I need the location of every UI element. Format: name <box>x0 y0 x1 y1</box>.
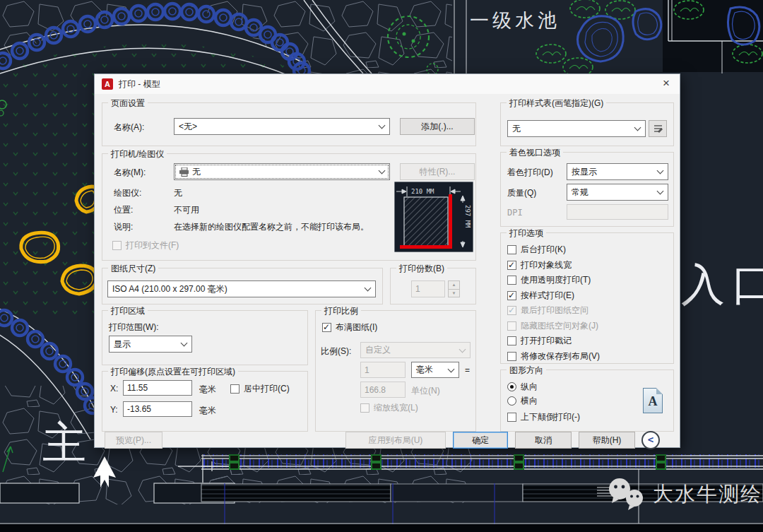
fit-to-paper-label: 布满图纸(I) <box>336 321 377 333</box>
shade-plot-label: 着色打印(D) <box>507 167 553 179</box>
label-entrance: 入口 <box>681 260 763 309</box>
style-table-combo[interactable]: 无 <box>507 120 646 137</box>
location-value: 不可用 <box>174 204 199 216</box>
dpi-input[interactable] <box>567 204 668 220</box>
dialog-titlebar[interactable]: A 打印 - 模型 × <box>95 74 680 94</box>
option-label: 最后打印图纸空间 <box>521 305 588 317</box>
wechat-icon <box>605 478 647 512</box>
printer-name-label: 名称(M): <box>114 167 146 179</box>
scale-combo[interactable]: 自定义 <box>360 342 471 358</box>
apply-to-layout-button[interactable]: 应用到布局(U) <box>345 432 446 449</box>
fit-to-paper-row: 布满图纸(I) <box>322 321 377 333</box>
offset-x-unit: 毫米 <box>199 384 216 396</box>
offset-x-label: X: <box>110 384 118 394</box>
plot-transparency-checkbox[interactable] <box>507 276 516 285</box>
offset-x-input[interactable]: 11.55 <box>123 380 192 396</box>
option-label: 后台打印(K) <box>521 244 566 256</box>
option-label: 打印对象线宽 <box>521 259 572 271</box>
print-to-file-row: 打印到文件(F) <box>112 240 179 252</box>
portrait-radio[interactable] <box>507 382 516 391</box>
label-pool: 一级水池 <box>470 10 560 31</box>
style-table-editor-button[interactable] <box>649 120 667 137</box>
hide-paperspace-objects-checkbox[interactable] <box>507 321 516 331</box>
option-row: 后台打印(K) <box>507 244 566 256</box>
fit-to-paper-checkbox[interactable] <box>322 323 331 332</box>
portrait-row: 纵向 <box>507 381 538 393</box>
upside-down-checkbox[interactable] <box>507 413 516 422</box>
group-shaded-viewport-legend: 着色视口选项 <box>507 147 563 159</box>
quality-value: 常规 <box>572 187 588 199</box>
less-options-button[interactable]: < <box>641 431 660 449</box>
help-button[interactable]: 帮助(H) <box>579 432 635 449</box>
group-plot-area-legend: 打印区域 <box>108 305 148 317</box>
scale-unit-combo[interactable]: 毫米 <box>411 362 459 378</box>
shade-plot-combo[interactable]: 按显示 <box>567 163 668 180</box>
close-icon[interactable]: × <box>658 76 674 91</box>
dpi-label: DPI <box>507 208 523 218</box>
scale-lineweights-checkbox[interactable] <box>360 403 369 413</box>
option-label: 将修改保存到布局(V) <box>521 350 600 362</box>
portrait-label: 纵向 <box>521 381 538 393</box>
watermark: 大水牛测绘 <box>605 478 762 512</box>
orientation-paper-icon: A <box>643 388 663 413</box>
properties-button[interactable]: 特性(R)... <box>400 163 475 180</box>
preview-height-label: 297 MM <box>464 205 471 228</box>
group-plot-scale-legend: 打印比例 <box>321 305 361 317</box>
autocad-logo-icon: A <box>102 78 113 90</box>
page-setup-name-combo[interactable]: <无> <box>174 118 390 135</box>
cancel-button[interactable]: 取消 <box>515 432 572 449</box>
plot-range-combo[interactable]: 显示 <box>109 336 192 353</box>
scale-denominator-input[interactable]: 166.8 <box>360 382 406 398</box>
offset-y-input[interactable]: -13.65 <box>123 401 192 417</box>
scale-equals: = <box>465 365 470 375</box>
plot-stamp-checkbox[interactable] <box>507 336 516 345</box>
option-row: 将修改保存到布局(V) <box>507 350 600 362</box>
quality-label: 质量(Q) <box>507 187 536 199</box>
background-plot-checkbox[interactable] <box>507 245 516 254</box>
label-main: 主 <box>42 418 86 467</box>
option-label: 打开打印戳记 <box>521 335 572 347</box>
preview-button[interactable]: 预览(P)... <box>105 432 162 449</box>
option-label: 隐藏图纸空间对象(J) <box>521 320 598 332</box>
page-setup-name-label: 名称(A): <box>114 122 144 134</box>
quality-combo[interactable]: 常规 <box>567 184 668 201</box>
print-to-file-label: 打印到文件(F) <box>126 240 179 252</box>
dialog-title: 打印 - 模型 <box>119 78 160 90</box>
copies-input[interactable]: 1 <box>411 280 445 297</box>
plotter-label: 绘图仪: <box>114 187 141 199</box>
save-changes-to-layout-checkbox[interactable] <box>507 352 516 361</box>
plot-dialog: A 打印 - 模型 × 页面设置 名称(A): <无> 添加(.)... 打印机… <box>94 73 680 448</box>
printer-icon <box>179 167 189 177</box>
group-style-table-legend: 打印样式表(画笔指定)(G) <box>507 97 606 110</box>
pen-table-icon <box>653 124 663 134</box>
group-plot-options-legend: 打印选项 <box>507 227 546 240</box>
copies-stepper[interactable]: ▲▼ <box>448 280 460 297</box>
option-label: 使用透明度打印(T) <box>521 274 591 286</box>
option-row: 打印对象线宽 <box>507 259 572 271</box>
page-setup-name-value: <无> <box>179 121 197 133</box>
group-orientation-legend: 图形方向 <box>507 365 546 377</box>
ok-button[interactable]: 确定 <box>453 432 508 449</box>
watermark-text: 大水牛测绘 <box>653 480 762 509</box>
landscape-radio[interactable] <box>507 396 516 406</box>
option-row: 打开打印戳记 <box>507 335 572 347</box>
plot-range-label: 打印范围(W): <box>109 321 159 333</box>
printer-name-combo[interactable]: 无 <box>174 163 390 180</box>
offset-y-unit: 毫米 <box>199 405 216 417</box>
landscape-row: 横向 <box>507 395 538 407</box>
paper-size-combo[interactable]: ISO A4 (210.00 x 297.00 毫米) <box>107 280 376 297</box>
group-printer-legend: 打印机/绘图仪 <box>108 148 167 160</box>
offset-y-label: Y: <box>110 405 118 415</box>
option-row: 隐藏图纸空间对象(J) <box>507 320 598 332</box>
plot-lineweights-checkbox[interactable] <box>507 261 516 270</box>
plot-with-styles-checkbox[interactable] <box>507 291 516 300</box>
upside-down-row: 上下颠倒打印(-) <box>507 411 580 423</box>
paper-size-value: ISO A4 (210.00 x 297.00 毫米) <box>112 283 227 295</box>
group-plot-offset-legend: 打印偏移(原点设置在可打印区域) <box>108 366 238 378</box>
plot-paperspace-last-checkbox[interactable] <box>507 306 516 315</box>
scale-numerator-input[interactable]: 1 <box>360 362 406 378</box>
add-button[interactable]: 添加(.)... <box>400 118 475 135</box>
paper-preview: 210 MM 297 MM <box>394 182 473 252</box>
print-to-file-checkbox[interactable] <box>112 241 122 250</box>
center-plot-checkbox[interactable] <box>230 384 239 394</box>
